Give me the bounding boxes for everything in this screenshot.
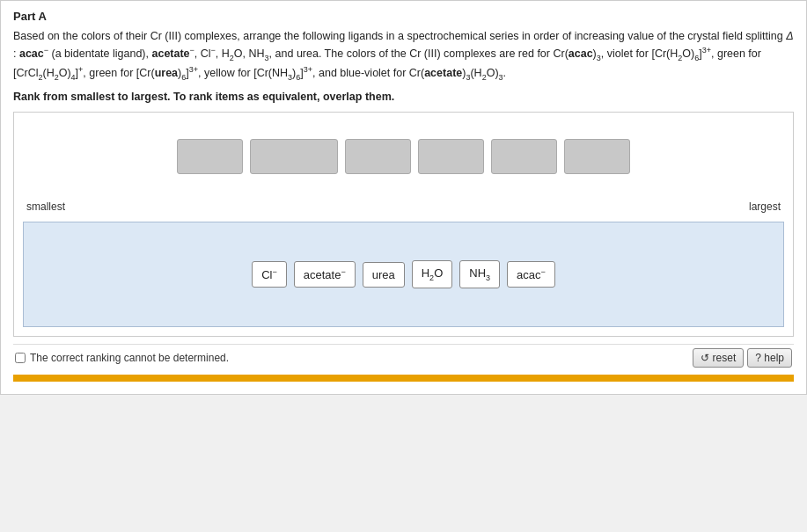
ranking-container: smallest largest Cl− acetate− urea H2O N…	[13, 112, 794, 337]
cannot-determine-text: The correct ranking cannot be determined…	[30, 352, 229, 364]
cannot-determine-label[interactable]: The correct ranking cannot be determined…	[15, 352, 229, 364]
reset-label: reset	[713, 352, 737, 364]
drop-zone-row	[23, 121, 784, 200]
drop-slot-3[interactable]	[345, 139, 411, 174]
drop-slot-2[interactable]	[250, 139, 338, 174]
drop-slot-4[interactable]	[418, 139, 484, 174]
label-smallest: smallest	[26, 200, 65, 213]
ligand-h2o[interactable]: H2O	[412, 260, 453, 288]
labels-row: smallest largest	[23, 200, 784, 213]
drop-slot-6[interactable]	[564, 139, 630, 174]
source-area: Cl− acetate− urea H2O NH3 acac−	[23, 222, 784, 327]
ligand-urea[interactable]: urea	[363, 262, 405, 288]
help-label: help	[764, 352, 784, 364]
description-text: Based on the colors of their Cr (III) co…	[13, 30, 794, 79]
ligand-acac[interactable]: acac−	[507, 261, 555, 288]
part-header: Part A	[13, 10, 794, 23]
ligand-acetate[interactable]: acetate−	[294, 261, 356, 288]
part-label: Part A	[13, 10, 47, 23]
drop-slot-1[interactable]	[177, 139, 243, 174]
description: Based on the colors of their Cr (III) co…	[13, 28, 794, 84]
cannot-determine-checkbox[interactable]	[15, 353, 26, 363]
drop-slot-5[interactable]	[491, 139, 557, 174]
bottom-bar	[13, 375, 794, 382]
btn-group: reset help	[693, 348, 792, 368]
label-largest: largest	[749, 200, 781, 213]
help-button[interactable]: help	[747, 348, 792, 368]
ligand-nh3[interactable]: NH3	[459, 260, 500, 288]
ligand-cl[interactable]: Cl−	[252, 261, 287, 288]
reset-button[interactable]: reset	[693, 348, 744, 368]
footer-row: The correct ranking cannot be determined…	[13, 344, 794, 371]
rank-instruction: Rank from smallest to largest. To rank i…	[13, 91, 794, 103]
page-wrapper: Part A Based on the colors of their Cr (…	[0, 0, 807, 395]
